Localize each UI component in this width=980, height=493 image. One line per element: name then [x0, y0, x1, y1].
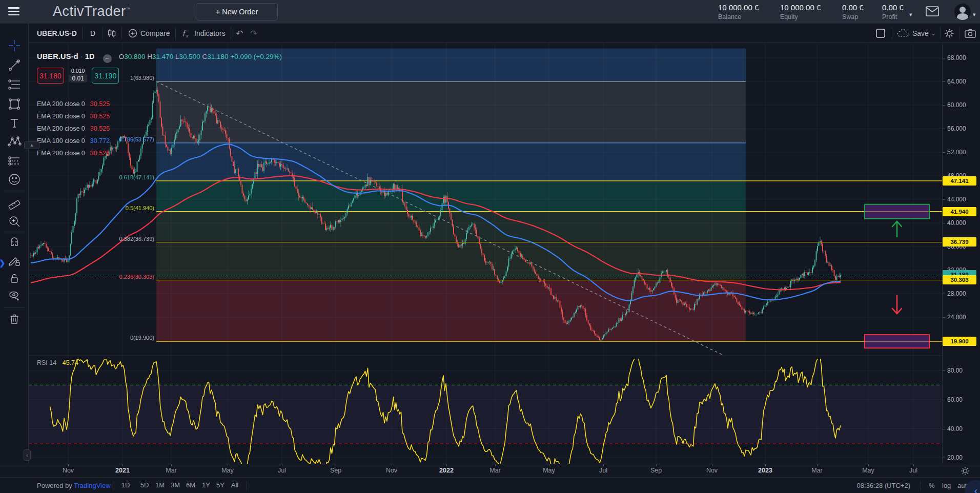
ruler-icon [7, 195, 22, 210]
tool-fib-retracement[interactable] [7, 77, 22, 92]
fib-level-label: 0.236(30.303) [119, 274, 155, 280]
compare-button[interactable]: Compare [140, 24, 170, 43]
chart-legend: UBER.US-d · 1D − O30.800 H31.470 L30.500… [37, 52, 282, 63]
lower-zone-rect[interactable] [865, 335, 929, 348]
range-button-5d[interactable]: 5D [140, 481, 149, 489]
avatar-caret-icon[interactable]: ▾ [973, 11, 976, 18]
camera-icon[interactable] [965, 29, 976, 38]
rsi-pane-collapse-button[interactable]: ‹ [24, 449, 31, 461]
account-stat-profit: 0.00 €Profit [882, 3, 904, 20]
price-tick: 44.000 [947, 196, 966, 203]
price-level-label: 30.303 [943, 275, 976, 284]
tool-lock[interactable] [7, 271, 22, 286]
range-button-6m[interactable]: 6M [186, 481, 195, 489]
fib-level-label: 0.786(53.577) [119, 136, 155, 142]
avatar[interactable] [954, 4, 971, 20]
time-label: Jul [909, 467, 917, 474]
account-stat-swap: 0.00 €Swap [842, 3, 864, 20]
tool-crosshair[interactable] [7, 38, 22, 53]
legend-collapse-button[interactable]: ▲ [24, 141, 39, 149]
price-tick: 20.00 [947, 454, 963, 461]
legend-interval[interactable]: 1D [85, 52, 95, 60]
save-caret-icon[interactable]: ⌄ [931, 24, 936, 43]
percent-scale-button[interactable]: % [929, 482, 935, 489]
range-button-all[interactable]: All [231, 481, 238, 489]
legend-minus-icon[interactable]: − [103, 54, 112, 63]
tool-ruler[interactable] [7, 195, 22, 210]
ema-legend-row[interactable]: EMA 200 close 030.525 [37, 113, 110, 120]
expand-panel-chevron-icon[interactable]: ❯ [0, 258, 6, 268]
draw-lock-icon [7, 253, 22, 268]
profit-caret-icon[interactable]: ▾ [909, 11, 912, 18]
fx-icon[interactable]: ƒx [182, 24, 188, 43]
range-button-1y[interactable]: 1Y [202, 481, 210, 489]
forecast-icon [7, 154, 22, 168]
tool-zoom-in[interactable] [7, 214, 22, 229]
undo-icon[interactable]: ↶ [236, 24, 243, 43]
tool-xabcd-pattern[interactable] [7, 134, 22, 150]
time-label: Sep [650, 467, 662, 474]
price-level-label: 19.900 [943, 337, 976, 346]
axis-settings-gear-icon[interactable] [961, 466, 970, 476]
symbol-button[interactable]: UBER.US-D [37, 24, 77, 43]
tradingview-link[interactable]: TradingView [74, 482, 111, 489]
price-tick: 64.000 [947, 78, 966, 85]
rsi-legend: RSI 14 45.74 [37, 359, 78, 366]
price-level-label: 41.940 [943, 207, 976, 216]
ema-legend-row[interactable]: EMA 200 close 030.525 [37, 100, 110, 108]
tool-trash[interactable] [7, 311, 22, 326]
tool-shapes[interactable] [7, 96, 22, 112]
price-tick: 60.000 [947, 101, 966, 109]
ema-legend-row[interactable]: EMA 200 close 030.525 [37, 150, 110, 157]
drawing-tools-sidebar [0, 24, 29, 464]
time-label: Sep [330, 467, 341, 474]
chart-area[interactable]: UBER.US-d · 1D − O30.800 H31.470 L30.500… [29, 43, 942, 464]
time-axis[interactable]: Nov2021MarMayJulSepNov2022MarMayJulSepNo… [0, 464, 980, 477]
lock-icon [7, 271, 22, 285]
hamburger-menu-icon[interactable] [8, 7, 19, 16]
log-scale-button[interactable]: log [942, 482, 951, 489]
fib-zone [156, 242, 746, 280]
down-arrow[interactable] [892, 296, 902, 314]
price-chart-canvas[interactable] [29, 43, 942, 464]
tool-emoji[interactable] [7, 172, 22, 187]
interval-button[interactable]: D [90, 24, 95, 43]
fib-zone [156, 143, 746, 181]
indicators-button[interactable]: Indicators [194, 24, 226, 43]
range-button-1d[interactable]: 1D [121, 481, 130, 489]
price-level-label: 36.739 [943, 237, 976, 246]
price-tick: 40.000 [947, 219, 966, 227]
layout-icon[interactable] [875, 28, 886, 38]
up-arrow[interactable] [892, 221, 902, 237]
tool-trend-line[interactable] [7, 57, 22, 73]
range-button-5y[interactable]: 5Y [216, 481, 224, 489]
redo-icon[interactable]: ↷ [250, 24, 257, 43]
settings-gear-icon[interactable] [944, 28, 954, 38]
price-tick: 56.000 [947, 125, 966, 132]
tool-draw-lock[interactable] [7, 253, 22, 268]
buy-price-button[interactable]: 31.190 [92, 68, 119, 84]
new-order-button[interactable]: + New Order [196, 3, 278, 20]
clock[interactable]: 08:36:28 (UTC+2) [857, 482, 910, 489]
time-label: Mar [811, 467, 823, 474]
ema-legend-row[interactable]: EMA 200 close 030.525 [37, 125, 110, 132]
ema-legend-row[interactable]: EMA 100 close 030.772 [37, 137, 110, 145]
tool-magnet[interactable] [7, 235, 22, 251]
tool-text-tool[interactable] [7, 115, 22, 131]
account-stat-balance: 10 000.00 €Balance [718, 3, 759, 20]
tool-hide-drawings[interactable] [7, 288, 22, 303]
trend-line-icon [7, 58, 22, 72]
range-button-1m[interactable]: 1M [155, 481, 165, 489]
sell-price-button[interactable]: 31.180 [37, 68, 64, 84]
mail-icon[interactable] [926, 6, 939, 16]
price-scale[interactable]: 68.00064.00060.00056.00052.00048.00044.0… [942, 43, 980, 464]
legend-symbol[interactable]: UBER.US-d [37, 52, 78, 60]
range-button-3m[interactable]: 3M [171, 481, 180, 489]
price-tick: 68.000 [947, 54, 966, 61]
save-button[interactable]: Save [912, 24, 929, 43]
compare-plus-icon[interactable] [128, 29, 137, 38]
cloud-icon[interactable] [896, 29, 910, 38]
candle-style-icon[interactable] [107, 29, 116, 38]
tool-forecast[interactable] [7, 153, 22, 169]
upper-zone-rect[interactable] [865, 204, 929, 219]
